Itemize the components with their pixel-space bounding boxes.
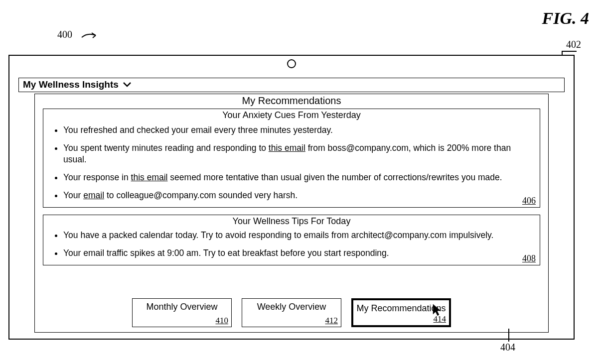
monthly-overview-button[interactable]: Monthly Overview 410 xyxy=(132,298,232,327)
anxiety-cues-card: Your Anxiety Cues From Yesterday You ref… xyxy=(43,109,540,208)
ref-404-leader-line xyxy=(508,329,509,342)
chevron-down-icon xyxy=(123,82,132,88)
tips-card-title: Your Wellness Tips For Today xyxy=(43,216,540,227)
nav-buttons-row: Monthly Overview 410 Weekly Overview 412… xyxy=(35,298,548,327)
button-label: Monthly Overview xyxy=(146,302,217,312)
cursor-icon xyxy=(432,303,442,316)
wellness-tip-item: You have a packed calendar today. Try to… xyxy=(63,230,520,242)
patent-figure-stage: FIG. 4 400 402 My Wellness Insights My R… xyxy=(0,0,598,364)
ref-406: 406 xyxy=(522,196,536,206)
header-bar[interactable]: My Wellness Insights xyxy=(18,78,565,92)
anxiety-card-title: Your Anxiety Cues From Yesterday xyxy=(43,110,540,121)
ref-404: 404 xyxy=(500,342,515,353)
email-link[interactable]: this email xyxy=(269,143,305,153)
ref-408: 408 xyxy=(522,253,536,264)
ref-400: 400 xyxy=(57,29,72,40)
figure-title: FIG. 4 xyxy=(542,9,589,28)
anxiety-cue-item: You refreshed and checked your email eve… xyxy=(63,124,520,136)
email-link[interactable]: email xyxy=(83,190,104,200)
my-recommendations-button[interactable]: My Recommendations 414 xyxy=(351,298,451,327)
wellness-tips-card: Your Wellness Tips For Today You have a … xyxy=(43,215,540,265)
camera-icon xyxy=(287,59,296,68)
wellness-tip-item: Your email traffic spikes at 9:00 am. Tr… xyxy=(63,247,520,259)
recommendations-panel: My Recommendations Your Anxiety Cues Fro… xyxy=(34,94,549,333)
ref-412: 412 xyxy=(325,316,338,326)
anxiety-cue-item: Your response in this email seemed more … xyxy=(63,172,520,184)
ref-402: 402 xyxy=(566,39,581,50)
anxiety-cue-item: You spent twenty minutes reading and res… xyxy=(63,142,520,166)
ref-410: 410 xyxy=(216,316,229,326)
email-link[interactable]: this email xyxy=(131,172,168,182)
device-outer-frame: My Wellness Insights My Recommendations … xyxy=(8,55,575,340)
button-label: Weekly Overview xyxy=(257,302,326,312)
anxiety-cue-item: Your email to colleague@company.com soun… xyxy=(63,190,520,202)
header-title: My Wellness Insights xyxy=(23,79,119,90)
recommendations-title: My Recommendations xyxy=(35,95,548,107)
ref-400-arrow-icon xyxy=(81,31,101,40)
weekly-overview-button[interactable]: Weekly Overview 412 xyxy=(242,298,341,327)
